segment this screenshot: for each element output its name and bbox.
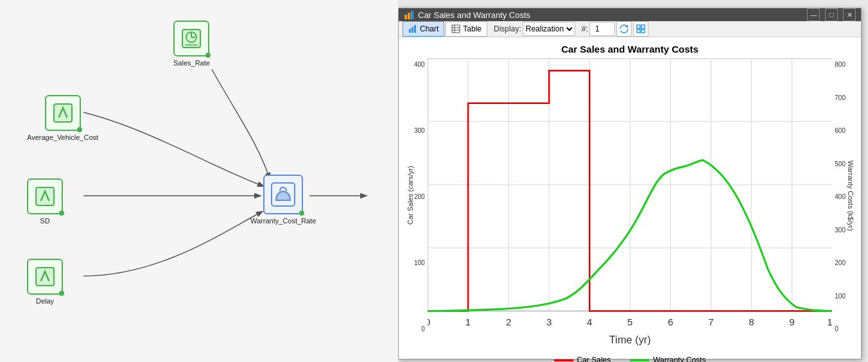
chart-svg: 0 1 2 3 4 5 6 7 8 9 10 Time (yr) bbox=[428, 58, 833, 352]
refresh-icon bbox=[619, 24, 629, 34]
svg-text:10: 10 bbox=[827, 316, 832, 327]
window-title: Car Sales and Warranty Costs bbox=[418, 10, 530, 20]
svg-text:2: 2 bbox=[506, 316, 511, 327]
chart-area: Car Sales and Warranty Costs Car Sales (… bbox=[399, 37, 861, 362]
chart-tab-label: Chart bbox=[420, 24, 438, 33]
node-icon-sales-rate bbox=[173, 21, 209, 56]
display-select[interactable]: Realization bbox=[523, 22, 575, 36]
legend-line-car-sales bbox=[554, 359, 573, 361]
svg-text:1: 1 bbox=[465, 316, 471, 327]
node-label-warranty-cost-rate: Warranty_Cost_Rate bbox=[250, 217, 316, 225]
svg-rect-12 bbox=[408, 13, 410, 19]
y-axis-left-label: Car Sales (cars/yr) bbox=[405, 58, 414, 332]
settings-icon bbox=[636, 24, 646, 34]
node-label-average-vehicle-cost: Average_Vehicle_Cost bbox=[27, 134, 98, 141]
svg-text:4: 4 bbox=[587, 316, 592, 327]
settings-button[interactable] bbox=[633, 21, 648, 37]
svg-text:9: 9 bbox=[789, 316, 794, 327]
svg-rect-23 bbox=[637, 30, 640, 33]
legend-label-warranty-costs: Warranty Costs bbox=[653, 356, 706, 362]
svg-rect-24 bbox=[641, 30, 645, 33]
svg-rect-22 bbox=[641, 25, 645, 28]
legend-label-car-sales: Car Sales bbox=[577, 356, 611, 362]
table-tab-label: Table bbox=[463, 24, 482, 33]
maximize-button[interactable]: □ bbox=[825, 8, 838, 21]
node-icon-delay bbox=[27, 259, 63, 295]
chart-plot-area: 0 1 2 3 4 5 6 7 8 9 10 Time (yr) bbox=[428, 58, 833, 352]
svg-text:6: 6 bbox=[668, 316, 673, 327]
chart-tab-button[interactable]: Chart bbox=[403, 21, 444, 37]
chart-title: Car Sales and Warranty Costs bbox=[405, 44, 855, 55]
svg-rect-11 bbox=[404, 15, 407, 19]
svg-text:3: 3 bbox=[546, 316, 551, 327]
toolbar: Chart Table Display: Realization #: bbox=[399, 21, 861, 37]
node-icon-warranty-cost-rate bbox=[263, 175, 303, 214]
node-label-sales-rate: Sales_Rate bbox=[173, 59, 210, 67]
node-sales-rate[interactable]: Sales_Rate bbox=[173, 21, 210, 67]
svg-text:0: 0 bbox=[428, 316, 430, 327]
chart-legend: Car Sales Warranty Costs bbox=[405, 352, 855, 362]
table-tab-button[interactable]: Table bbox=[446, 21, 487, 37]
legend-item-car-sales: Car Sales bbox=[554, 356, 611, 362]
minimize-button[interactable]: — bbox=[807, 8, 820, 21]
svg-text:8: 8 bbox=[749, 316, 754, 327]
node-label-sd: SD bbox=[40, 217, 49, 225]
y-left-label-text: Car Sales (cars/yr) bbox=[406, 166, 414, 225]
legend-line-warranty-costs bbox=[630, 359, 649, 361]
node-delay[interactable]: Delay bbox=[27, 259, 63, 305]
table-tab-icon bbox=[451, 24, 460, 33]
y-axis-right-ticks: 800 700 600 500 400 300 200 100 0 bbox=[832, 58, 846, 352]
display-label: Display: bbox=[494, 24, 521, 33]
svg-rect-16 bbox=[414, 25, 416, 33]
y-axis-right-label: Warranty Costs (k$/yr) bbox=[846, 58, 855, 332]
svg-rect-15 bbox=[412, 27, 413, 33]
chart-content: Car Sales (cars/yr) 400 300 200 100 0 bbox=[405, 58, 855, 352]
svg-rect-13 bbox=[411, 11, 413, 19]
number-label: #: bbox=[582, 24, 588, 33]
node-warranty-cost-rate[interactable]: Warranty_Cost_Rate bbox=[250, 175, 316, 225]
svg-rect-14 bbox=[409, 29, 411, 33]
svg-rect-17 bbox=[452, 25, 460, 33]
diagram-panel: Sales_Rate Average_Vehicle_Cost SD bbox=[0, 0, 398, 362]
svg-text:Time (yr): Time (yr) bbox=[609, 334, 651, 345]
svg-rect-21 bbox=[637, 25, 640, 28]
refresh-button[interactable] bbox=[616, 21, 632, 37]
node-sd[interactable]: SD bbox=[27, 178, 63, 225]
legend-item-warranty-costs: Warranty Costs bbox=[630, 356, 706, 362]
titlebar-left: Car Sales and Warranty Costs bbox=[404, 10, 530, 20]
svg-text:5: 5 bbox=[627, 316, 632, 327]
chart-tab-icon bbox=[408, 24, 417, 33]
node-average-vehicle-cost[interactable]: Average_Vehicle_Cost bbox=[27, 95, 98, 141]
window-titlebar: Car Sales and Warranty Costs — □ ✕ bbox=[399, 8, 861, 21]
node-icon-average-vehicle-cost bbox=[45, 95, 81, 131]
y-axis-left-ticks: 400 300 200 100 0 bbox=[414, 58, 428, 352]
y-right-label-text: Warranty Costs (k$/yr) bbox=[847, 160, 855, 231]
node-label-delay: Delay bbox=[36, 297, 54, 305]
chart-app-icon bbox=[404, 10, 414, 20]
titlebar-controls: — □ ✕ bbox=[807, 8, 856, 21]
number-input[interactable] bbox=[589, 22, 615, 36]
node-icon-sd bbox=[27, 178, 63, 214]
close-button[interactable]: ✕ bbox=[843, 8, 856, 21]
svg-text:7: 7 bbox=[708, 316, 713, 327]
chart-window: Car Sales and Warranty Costs — □ ✕ Chart bbox=[398, 8, 862, 359]
